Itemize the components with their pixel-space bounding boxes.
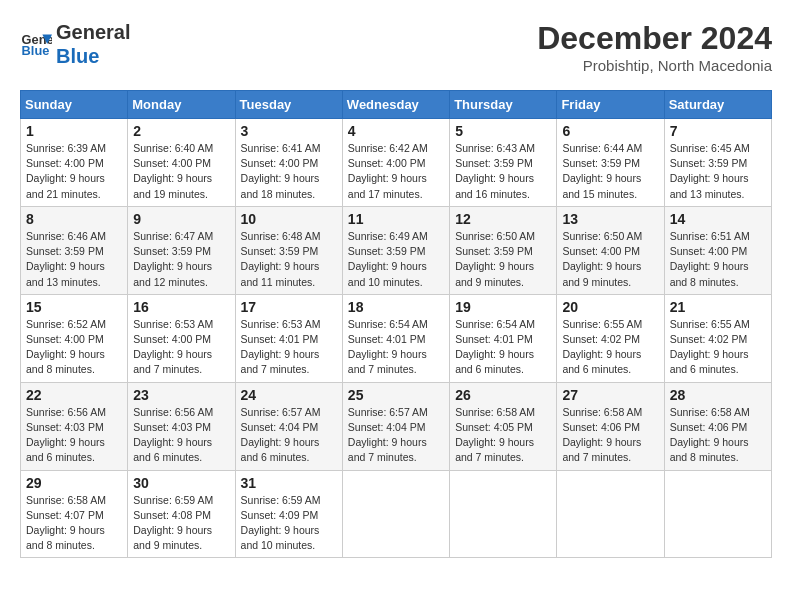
table-row: 25Sunrise: 6:57 AMSunset: 4:04 PMDayligh… [342, 382, 449, 470]
day-number: 31 [241, 475, 337, 491]
day-number: 15 [26, 299, 122, 315]
calendar-week-row: 8Sunrise: 6:46 AMSunset: 3:59 PMDaylight… [21, 206, 772, 294]
table-row: 20Sunrise: 6:55 AMSunset: 4:02 PMDayligh… [557, 294, 664, 382]
table-row: 12Sunrise: 6:50 AMSunset: 3:59 PMDayligh… [450, 206, 557, 294]
table-row: 18Sunrise: 6:54 AMSunset: 4:01 PMDayligh… [342, 294, 449, 382]
page-header: General Blue General Blue December 2024 … [20, 20, 772, 74]
day-info: Sunrise: 6:58 AMSunset: 4:06 PMDaylight:… [670, 405, 766, 466]
day-info: Sunrise: 6:55 AMSunset: 4:02 PMDaylight:… [670, 317, 766, 378]
day-info: Sunrise: 6:59 AMSunset: 4:09 PMDaylight:… [241, 493, 337, 554]
table-row: 19Sunrise: 6:54 AMSunset: 4:01 PMDayligh… [450, 294, 557, 382]
day-info: Sunrise: 6:47 AMSunset: 3:59 PMDaylight:… [133, 229, 229, 290]
table-row: 17Sunrise: 6:53 AMSunset: 4:01 PMDayligh… [235, 294, 342, 382]
table-row: 11Sunrise: 6:49 AMSunset: 3:59 PMDayligh… [342, 206, 449, 294]
day-info: Sunrise: 6:57 AMSunset: 4:04 PMDaylight:… [348, 405, 444, 466]
day-info: Sunrise: 6:39 AMSunset: 4:00 PMDaylight:… [26, 141, 122, 202]
day-number: 27 [562, 387, 658, 403]
day-number: 24 [241, 387, 337, 403]
day-info: Sunrise: 6:42 AMSunset: 4:00 PMDaylight:… [348, 141, 444, 202]
day-info: Sunrise: 6:49 AMSunset: 3:59 PMDaylight:… [348, 229, 444, 290]
day-number: 23 [133, 387, 229, 403]
month-title: December 2024 [537, 20, 772, 57]
day-number: 11 [348, 211, 444, 227]
table-row: 31Sunrise: 6:59 AMSunset: 4:09 PMDayligh… [235, 470, 342, 558]
table-row: 30Sunrise: 6:59 AMSunset: 4:08 PMDayligh… [128, 470, 235, 558]
table-row: 29Sunrise: 6:58 AMSunset: 4:07 PMDayligh… [21, 470, 128, 558]
day-info: Sunrise: 6:57 AMSunset: 4:04 PMDaylight:… [241, 405, 337, 466]
day-info: Sunrise: 6:55 AMSunset: 4:02 PMDaylight:… [562, 317, 658, 378]
day-info: Sunrise: 6:56 AMSunset: 4:03 PMDaylight:… [133, 405, 229, 466]
header-tuesday: Tuesday [235, 91, 342, 119]
day-info: Sunrise: 6:40 AMSunset: 4:00 PMDaylight:… [133, 141, 229, 202]
table-row: 27Sunrise: 6:58 AMSunset: 4:06 PMDayligh… [557, 382, 664, 470]
day-number: 12 [455, 211, 551, 227]
day-number: 9 [133, 211, 229, 227]
day-number: 4 [348, 123, 444, 139]
table-row [450, 470, 557, 558]
day-number: 19 [455, 299, 551, 315]
day-info: Sunrise: 6:44 AMSunset: 3:59 PMDaylight:… [562, 141, 658, 202]
table-row: 8Sunrise: 6:46 AMSunset: 3:59 PMDaylight… [21, 206, 128, 294]
table-row: 7Sunrise: 6:45 AMSunset: 3:59 PMDaylight… [664, 119, 771, 207]
header-wednesday: Wednesday [342, 91, 449, 119]
day-info: Sunrise: 6:58 AMSunset: 4:05 PMDaylight:… [455, 405, 551, 466]
calendar-table: Sunday Monday Tuesday Wednesday Thursday… [20, 90, 772, 558]
day-number: 14 [670, 211, 766, 227]
day-number: 16 [133, 299, 229, 315]
table-row: 21Sunrise: 6:55 AMSunset: 4:02 PMDayligh… [664, 294, 771, 382]
title-block: December 2024 Probishtip, North Macedoni… [537, 20, 772, 74]
svg-text:Blue: Blue [22, 43, 50, 58]
table-row: 15Sunrise: 6:52 AMSunset: 4:00 PMDayligh… [21, 294, 128, 382]
table-row: 5Sunrise: 6:43 AMSunset: 3:59 PMDaylight… [450, 119, 557, 207]
day-info: Sunrise: 6:53 AMSunset: 4:01 PMDaylight:… [241, 317, 337, 378]
header-sunday: Sunday [21, 91, 128, 119]
day-info: Sunrise: 6:53 AMSunset: 4:00 PMDaylight:… [133, 317, 229, 378]
day-info: Sunrise: 6:45 AMSunset: 3:59 PMDaylight:… [670, 141, 766, 202]
table-row: 13Sunrise: 6:50 AMSunset: 4:00 PMDayligh… [557, 206, 664, 294]
day-info: Sunrise: 6:43 AMSunset: 3:59 PMDaylight:… [455, 141, 551, 202]
day-number: 8 [26, 211, 122, 227]
day-info: Sunrise: 6:54 AMSunset: 4:01 PMDaylight:… [455, 317, 551, 378]
table-row [664, 470, 771, 558]
table-row: 4Sunrise: 6:42 AMSunset: 4:00 PMDaylight… [342, 119, 449, 207]
day-number: 29 [26, 475, 122, 491]
day-number: 17 [241, 299, 337, 315]
day-number: 18 [348, 299, 444, 315]
day-info: Sunrise: 6:59 AMSunset: 4:08 PMDaylight:… [133, 493, 229, 554]
day-number: 28 [670, 387, 766, 403]
calendar-week-row: 22Sunrise: 6:56 AMSunset: 4:03 PMDayligh… [21, 382, 772, 470]
day-info: Sunrise: 6:51 AMSunset: 4:00 PMDaylight:… [670, 229, 766, 290]
day-info: Sunrise: 6:56 AMSunset: 4:03 PMDaylight:… [26, 405, 122, 466]
calendar-week-row: 15Sunrise: 6:52 AMSunset: 4:00 PMDayligh… [21, 294, 772, 382]
table-row [342, 470, 449, 558]
calendar-week-row: 1Sunrise: 6:39 AMSunset: 4:00 PMDaylight… [21, 119, 772, 207]
logo-icon: General Blue [20, 28, 52, 60]
table-row: 26Sunrise: 6:58 AMSunset: 4:05 PMDayligh… [450, 382, 557, 470]
header-saturday: Saturday [664, 91, 771, 119]
day-info: Sunrise: 6:58 AMSunset: 4:07 PMDaylight:… [26, 493, 122, 554]
day-number: 26 [455, 387, 551, 403]
day-number: 10 [241, 211, 337, 227]
day-number: 2 [133, 123, 229, 139]
calendar-week-row: 29Sunrise: 6:58 AMSunset: 4:07 PMDayligh… [21, 470, 772, 558]
day-info: Sunrise: 6:50 AMSunset: 3:59 PMDaylight:… [455, 229, 551, 290]
day-number: 6 [562, 123, 658, 139]
day-info: Sunrise: 6:58 AMSunset: 4:06 PMDaylight:… [562, 405, 658, 466]
header-friday: Friday [557, 91, 664, 119]
day-number: 21 [670, 299, 766, 315]
day-number: 22 [26, 387, 122, 403]
day-number: 13 [562, 211, 658, 227]
table-row: 22Sunrise: 6:56 AMSunset: 4:03 PMDayligh… [21, 382, 128, 470]
day-info: Sunrise: 6:41 AMSunset: 4:00 PMDaylight:… [241, 141, 337, 202]
table-row: 10Sunrise: 6:48 AMSunset: 3:59 PMDayligh… [235, 206, 342, 294]
day-number: 1 [26, 123, 122, 139]
day-info: Sunrise: 6:50 AMSunset: 4:00 PMDaylight:… [562, 229, 658, 290]
table-row: 9Sunrise: 6:47 AMSunset: 3:59 PMDaylight… [128, 206, 235, 294]
logo-blue-text: Blue [56, 44, 130, 68]
table-row: 28Sunrise: 6:58 AMSunset: 4:06 PMDayligh… [664, 382, 771, 470]
day-number: 5 [455, 123, 551, 139]
table-row: 1Sunrise: 6:39 AMSunset: 4:00 PMDaylight… [21, 119, 128, 207]
header-monday: Monday [128, 91, 235, 119]
location-subtitle: Probishtip, North Macedonia [537, 57, 772, 74]
day-number: 3 [241, 123, 337, 139]
